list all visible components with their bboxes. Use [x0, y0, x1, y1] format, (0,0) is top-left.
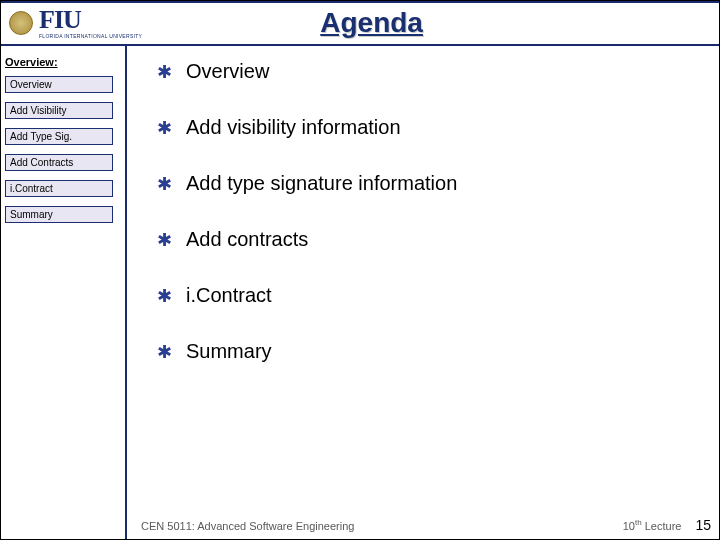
fiu-wordmark: FIU FLORIDA INTERNATIONAL UNIVERSITY: [39, 7, 142, 39]
asterisk-icon: ✱: [157, 228, 172, 252]
sidebar-heading: Overview:: [5, 56, 119, 68]
logo: FIU FLORIDA INTERNATIONAL UNIVERSITY: [9, 7, 142, 39]
course-code: CEN 5011: Advanced Software Engineering: [141, 520, 354, 532]
sidebar-item-add-contracts[interactable]: Add Contracts: [5, 154, 113, 171]
agenda-text: Add visibility information: [186, 116, 401, 139]
university-seal-icon: [9, 11, 33, 35]
sidebar-item-add-visibility[interactable]: Add Visibility: [5, 102, 113, 119]
agenda-item: ✱ i.Contract: [157, 284, 701, 308]
agenda-text: Add contracts: [186, 228, 308, 251]
fiu-subtext: FLORIDA INTERNATIONAL UNIVERSITY: [39, 33, 142, 39]
sidebar-item-icontract[interactable]: i.Contract: [5, 180, 113, 197]
agenda-text: Add type signature information: [186, 172, 457, 195]
asterisk-icon: ✱: [157, 116, 172, 140]
slide-title: Agenda: [142, 7, 601, 39]
lecture-ordinal-suffix: th: [635, 518, 642, 527]
agenda-text: Summary: [186, 340, 272, 363]
lecture-ordinal: 10: [623, 520, 635, 532]
agenda-item: ✱ Overview: [157, 60, 701, 84]
header-top-rule: [1, 1, 719, 3]
agenda-text: Overview: [186, 60, 269, 83]
fiu-letters: FIU: [39, 5, 81, 34]
agenda-item: ✱ Add contracts: [157, 228, 701, 252]
body: Overview: Overview Add Visibility Add Ty…: [1, 46, 719, 539]
sidebar: Overview: Overview Add Visibility Add Ty…: [1, 46, 127, 539]
asterisk-icon: ✱: [157, 284, 172, 308]
agenda-item: ✱ Summary: [157, 340, 701, 364]
sidebar-item-add-type-sig[interactable]: Add Type Sig.: [5, 128, 113, 145]
content: ✱ Overview ✱ Add visibility information …: [127, 46, 719, 539]
asterisk-icon: ✱: [157, 60, 172, 84]
asterisk-icon: ✱: [157, 340, 172, 364]
agenda-text: i.Contract: [186, 284, 272, 307]
sidebar-item-summary[interactable]: Summary: [5, 206, 113, 223]
lecture-number: 10th Lecture: [623, 518, 682, 532]
page-number: 15: [695, 517, 711, 533]
header: FIU FLORIDA INTERNATIONAL UNIVERSITY Age…: [1, 1, 719, 46]
footer: CEN 5011: Advanced Software Engineering …: [129, 517, 715, 533]
slide: FIU FLORIDA INTERNATIONAL UNIVERSITY Age…: [0, 0, 720, 540]
agenda-item: ✱ Add visibility information: [157, 116, 701, 140]
asterisk-icon: ✱: [157, 172, 172, 196]
sidebar-item-overview[interactable]: Overview: [5, 76, 113, 93]
lecture-word: Lecture: [642, 520, 682, 532]
agenda-item: ✱ Add type signature information: [157, 172, 701, 196]
